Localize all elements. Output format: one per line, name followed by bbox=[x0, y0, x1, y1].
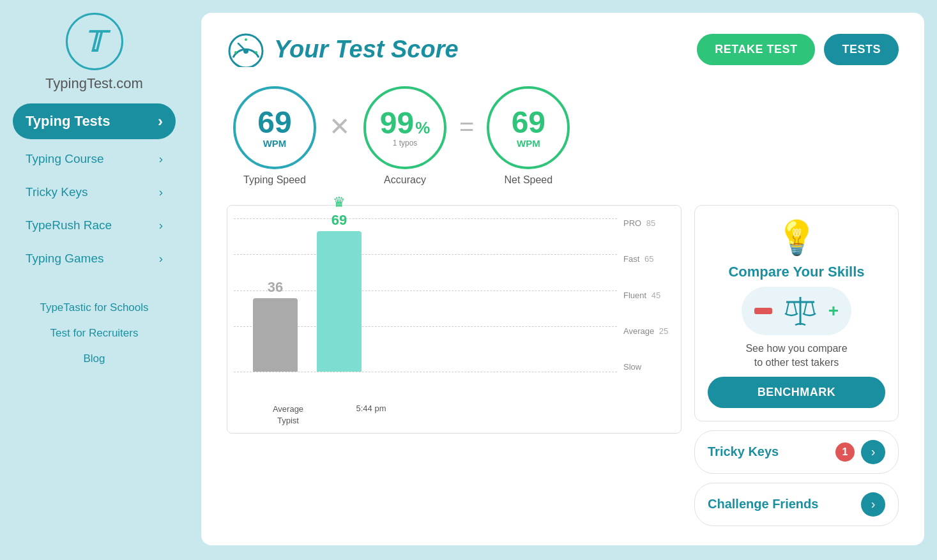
grid-line-2 bbox=[234, 254, 617, 255]
svg-line-9 bbox=[794, 302, 796, 314]
title-area: Your Test Score bbox=[227, 32, 459, 67]
logo-icon: 𝕋 bbox=[84, 26, 104, 58]
sidebar-item-typetastic[interactable]: TypeTastic for Schools bbox=[13, 295, 176, 321]
net-speed-block: 69 WPM Net Speed bbox=[487, 86, 570, 186]
bar-group-user: ♛ 69 bbox=[317, 194, 362, 372]
chart-scale-labels: PRO 85 Fast 65 Fluent 45 Average bbox=[617, 218, 674, 372]
bar-average bbox=[253, 298, 298, 372]
scale-label-average: Average 25 bbox=[623, 326, 674, 336]
svg-point-4 bbox=[255, 51, 257, 54]
sidebar-item-typerush-race[interactable]: TypeRush Race › bbox=[13, 209, 176, 241]
result-card: Your Test Score RETAKE TEST TESTS 69 WPM… bbox=[201, 13, 924, 545]
bar-user bbox=[317, 231, 362, 372]
sidebar-item-typing-course[interactable]: Typing Course › bbox=[13, 143, 176, 175]
sidebar-item-typing-games[interactable]: Typing Games › bbox=[13, 243, 176, 275]
retake-test-button[interactable]: RETAKE TEST bbox=[697, 34, 815, 65]
accuracy-circle: 99 % 1 typos bbox=[363, 86, 446, 169]
bar-value-user: 69 bbox=[331, 212, 347, 229]
plus-icon: + bbox=[828, 301, 839, 321]
chevron-icon: › bbox=[159, 185, 163, 199]
svg-point-5 bbox=[245, 38, 247, 41]
typing-speed-block: 69 WPM Typing Speed bbox=[233, 86, 316, 186]
sidebar-item-blog[interactable]: Blog bbox=[13, 346, 176, 372]
svg-line-8 bbox=[786, 302, 789, 314]
speedometer-icon bbox=[227, 32, 265, 67]
minus-icon bbox=[754, 308, 772, 314]
tricky-keys-arrow-button[interactable]: › bbox=[861, 440, 885, 464]
tricky-keys-right: 1 › bbox=[835, 440, 885, 464]
accuracy-block: 99 % 1 typos Accuracy bbox=[363, 86, 446, 186]
sidebar: 𝕋 TypingTest.com Typing Tests › Typing C… bbox=[0, 0, 188, 560]
chevron-icon: › bbox=[159, 252, 163, 266]
tricky-keys-label: Tricky Keys bbox=[708, 444, 779, 459]
page-title: Your Test Score bbox=[274, 36, 459, 63]
bar-label-average: AverageTypist bbox=[266, 404, 310, 427]
sidebar-item-tricky-keys[interactable]: Tricky Keys › bbox=[13, 176, 176, 208]
chart-inner: 36 ♛ 69 PRO 85 bbox=[234, 218, 674, 397]
chevron-icon: › bbox=[158, 112, 163, 130]
challenge-friends-arrow-button[interactable]: › bbox=[861, 492, 885, 517]
logo-circle: 𝕋 bbox=[66, 13, 123, 70]
scale-label-pro: PRO 85 bbox=[623, 218, 674, 228]
compare-desc: See how you compare to other test takers bbox=[745, 342, 847, 370]
tricky-keys-card[interactable]: Tricky Keys 1 › bbox=[694, 430, 899, 474]
scale-label-slow: Slow bbox=[623, 362, 674, 372]
chart-container: 36 ♛ 69 PRO 85 bbox=[227, 205, 682, 434]
logo-text: TypingTest.com bbox=[45, 75, 143, 92]
grid-line-bottom bbox=[234, 372, 617, 372]
equals-operator: = bbox=[446, 112, 487, 160]
tests-button[interactable]: TESTS bbox=[824, 34, 899, 65]
scales-row: + bbox=[742, 287, 851, 335]
main-content: Your Test Score RETAKE TEST TESTS 69 WPM… bbox=[188, 0, 937, 560]
svg-line-11 bbox=[812, 302, 814, 314]
sidebar-item-test-recruiters[interactable]: Test for Recruiters bbox=[13, 321, 176, 346]
right-panel: 💡 Compare Your Skills bbox=[694, 205, 899, 526]
crown-icon: ♛ bbox=[333, 194, 346, 211]
scales-icon bbox=[781, 293, 819, 329]
sidebar-item-typing-tests[interactable]: Typing Tests › bbox=[13, 103, 176, 139]
header-buttons: RETAKE TEST TESTS bbox=[697, 34, 899, 65]
header-row: Your Test Score RETAKE TEST TESTS bbox=[227, 32, 899, 67]
bar-group-average: 36 bbox=[253, 279, 298, 372]
compare-card: 💡 Compare Your Skills bbox=[694, 205, 899, 421]
bars-area: 36 ♛ 69 bbox=[234, 218, 617, 372]
challenge-friends-card[interactable]: Challenge Friends › bbox=[694, 483, 899, 526]
chevron-icon: › bbox=[159, 152, 163, 166]
scale-label-fluent: Fluent 45 bbox=[623, 291, 674, 300]
grid-line-top bbox=[234, 218, 617, 219]
lightbulb-icon: 💡 bbox=[776, 218, 818, 257]
typing-speed-circle: 69 WPM bbox=[233, 86, 316, 169]
chart-section: 36 ♛ 69 PRO 85 bbox=[227, 205, 899, 526]
scale-label-fast: Fast 65 bbox=[623, 254, 674, 264]
net-speed-circle: 69 WPM bbox=[487, 86, 570, 169]
score-row: 69 WPM Typing Speed ✕ 99 % 1 typos Accur… bbox=[227, 86, 899, 186]
compare-title: Compare Your Skills bbox=[728, 264, 864, 280]
bar-labels-row: AverageTypist 5:44 pm bbox=[234, 404, 674, 427]
bar-value-average: 36 bbox=[268, 279, 283, 296]
challenge-friends-label: Challenge Friends bbox=[708, 497, 818, 511]
benchmark-button[interactable]: BENCHMARK bbox=[708, 377, 885, 408]
multiply-operator: ✕ bbox=[316, 112, 363, 160]
chevron-icon: › bbox=[159, 218, 163, 232]
tricky-keys-badge: 1 bbox=[835, 443, 855, 462]
svg-point-3 bbox=[234, 51, 237, 54]
bar-label-user: 5:44 pm bbox=[349, 404, 393, 427]
svg-line-10 bbox=[804, 302, 807, 314]
